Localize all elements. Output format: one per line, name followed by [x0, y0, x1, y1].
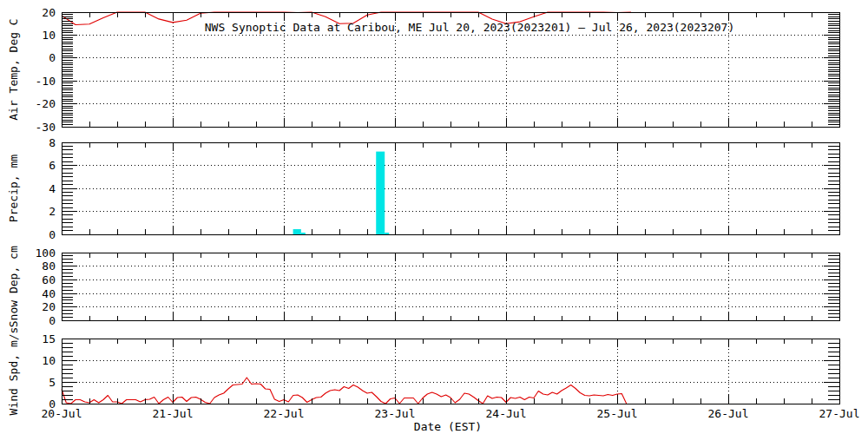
x-tick-label: 27-Jul: [819, 407, 860, 420]
y-tick-label: -20: [36, 97, 56, 110]
y-axis-title: Snow Dep, cm: [7, 246, 20, 327]
y-tick-label: 4: [49, 182, 56, 195]
y-axis-title: Precip, mm: [7, 155, 20, 222]
wind-speed-line: [62, 378, 627, 404]
y-tick-label: -30: [36, 121, 56, 134]
y-tick-label: 100: [36, 247, 56, 260]
panel-border: [62, 339, 839, 404]
precip-bar: [293, 229, 301, 234]
y-tick-label: 15: [42, 332, 56, 345]
y-tick-label: 20: [42, 6, 56, 19]
y-tick-label: 20: [42, 300, 56, 313]
plot-page: 20100-10-20-30Air Temp, Deg C86420Precip…: [0, 0, 868, 434]
panel-precip: 86420Precip, mm: [7, 136, 839, 241]
y-tick-label: 0: [49, 51, 56, 64]
y-axis-title: Wind Spd, m/s: [7, 327, 20, 416]
panel-border: [62, 253, 839, 321]
x-axis-label: Date (EST): [414, 420, 482, 433]
panel-wind-speed: 151050Wind Spd, m/s: [7, 327, 839, 416]
y-tick-label: 80: [42, 260, 56, 273]
y-tick-label: -10: [36, 75, 56, 88]
y-tick-label: 6: [49, 159, 56, 172]
x-tick-label: 25-Jul: [597, 407, 638, 420]
y-tick-label: 0: [49, 228, 56, 241]
precip-bar: [376, 152, 385, 234]
x-tick-label: 21-Jul: [153, 407, 194, 420]
y-tick-label: 60: [42, 273, 56, 286]
x-tick-label: 24-Jul: [486, 407, 527, 420]
synoptic-chart: 20100-10-20-30Air Temp, Deg C86420Precip…: [0, 0, 868, 434]
y-axis-title: Air Temp, Deg C: [7, 18, 20, 120]
y-tick-label: 5: [49, 376, 56, 389]
y-tick-label: 10: [42, 354, 56, 367]
y-tick-label: 2: [49, 205, 56, 218]
x-tick-label: 26-Jul: [708, 407, 749, 420]
y-tick-label: 10: [42, 29, 56, 42]
x-tick-label: 20-Jul: [42, 407, 82, 420]
x-tick-label: 23-Jul: [375, 407, 416, 420]
x-tick-label: 22-Jul: [264, 407, 305, 420]
panel-snow-depth: 100806040200Snow Dep, cm: [7, 246, 839, 327]
y-tick-label: 8: [49, 136, 56, 149]
y-tick-label: 40: [42, 287, 56, 300]
chart-title: NWS Synoptic Data at Caribou, ME Jul 20,…: [205, 21, 734, 34]
y-tick-label: 0: [49, 314, 56, 327]
